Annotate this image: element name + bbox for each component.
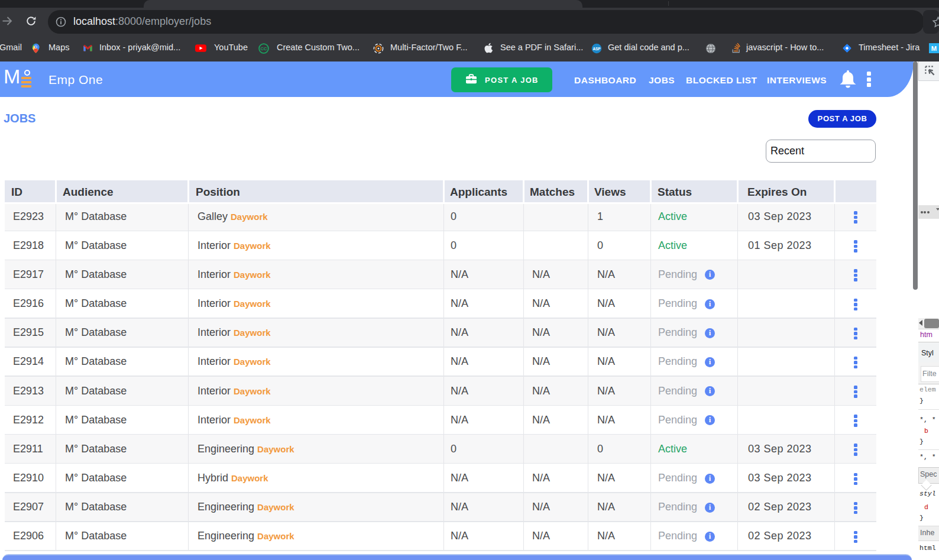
svg-text:CC: CC xyxy=(261,46,267,51)
svg-text:M: M xyxy=(931,45,937,52)
svg-text:ASP: ASP xyxy=(592,47,601,51)
